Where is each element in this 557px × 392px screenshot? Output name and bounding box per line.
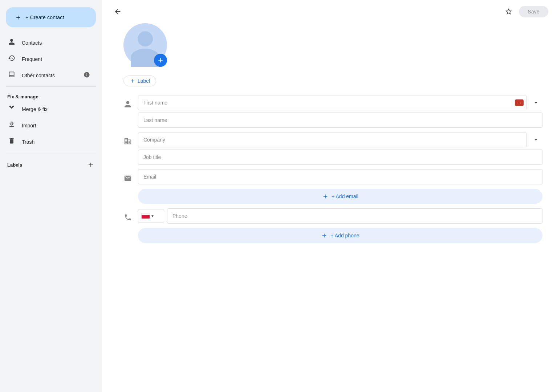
divider-2 xyxy=(6,153,96,153)
frequent-label: Frequent xyxy=(22,56,42,62)
import-label: Import xyxy=(22,123,36,128)
fix-manage-label: Fix & manage xyxy=(0,90,102,101)
sidebar-item-merge-fix[interactable]: Merge & fix xyxy=(0,101,96,117)
divider-1 xyxy=(6,86,96,87)
name-fields: ··· xyxy=(138,95,542,128)
dropdown-arrow-icon: ▾ xyxy=(151,213,154,219)
trash-icon xyxy=(7,137,16,146)
save-button[interactable]: Save xyxy=(519,6,548,17)
labels-header: Labels xyxy=(0,156,102,171)
info-icon[interactable] xyxy=(84,72,90,79)
phone-icon xyxy=(123,208,132,223)
avatar-add-photo-button[interactable] xyxy=(154,54,167,67)
label-btn-text: Label xyxy=(138,78,150,84)
email-icon xyxy=(123,169,132,184)
first-name-input[interactable] xyxy=(138,95,526,110)
job-title-input[interactable] xyxy=(138,150,542,165)
merge-icon xyxy=(7,105,16,114)
company-row xyxy=(123,132,542,165)
company-input[interactable] xyxy=(138,132,526,147)
plus-icon: ＋ xyxy=(15,12,22,22)
name-expand-button[interactable] xyxy=(529,96,542,109)
country-selector[interactable]: ▾ xyxy=(138,209,164,223)
sidebar-item-frequent[interactable]: Frequent xyxy=(0,51,96,67)
form-content: Label ··· xyxy=(102,23,557,262)
add-phone-button[interactable]: + Add phone xyxy=(138,228,542,243)
trash-label: Trash xyxy=(22,139,34,145)
main-content: Save Label xyxy=(102,0,557,392)
avatar-section xyxy=(123,23,167,67)
contacts-label: Contacts xyxy=(22,40,42,46)
email-row: + Add email xyxy=(123,169,542,204)
toolbar: Save xyxy=(102,0,557,23)
phone-input-row: ▾ xyxy=(138,208,542,224)
company-expand-button[interactable] xyxy=(529,133,542,146)
add-label-button[interactable]: Label xyxy=(123,75,156,86)
sidebar-item-contacts[interactable]: Contacts xyxy=(0,34,96,51)
phone-fields: ▾ + Add phone xyxy=(138,208,542,243)
last-name-input[interactable] xyxy=(138,113,542,128)
company-fields xyxy=(138,132,542,165)
name-row: ··· xyxy=(123,95,542,128)
back-button[interactable] xyxy=(110,4,125,19)
phone-input[interactable] xyxy=(167,208,542,224)
add-label-button[interactable] xyxy=(86,160,96,170)
person-icon xyxy=(7,38,16,47)
email-fields: + Add email xyxy=(138,169,542,204)
star-button[interactable] xyxy=(501,4,516,19)
create-contact-button[interactable]: ＋ + Create contact xyxy=(6,7,96,27)
labels-section-label: Labels xyxy=(7,162,22,168)
history-icon xyxy=(7,54,16,64)
phone-row: ▾ + Add phone xyxy=(123,208,542,243)
sidebar-item-trash[interactable]: Trash xyxy=(0,134,96,150)
person-field-icon xyxy=(123,95,132,110)
name-options-button[interactable]: ··· xyxy=(515,99,524,106)
country-flag xyxy=(141,213,150,219)
first-name-expand-row: ··· xyxy=(138,95,542,110)
add-email-button[interactable]: + Add email xyxy=(138,189,542,204)
add-email-label: + Add email xyxy=(332,193,358,199)
avatar-head xyxy=(138,31,153,46)
add-phone-label: + Add phone xyxy=(330,233,359,238)
other-contacts-label: Other contacts xyxy=(22,73,55,78)
sidebar-item-import[interactable]: Import xyxy=(0,117,96,134)
email-input[interactable] xyxy=(138,169,542,184)
inbox-icon xyxy=(7,71,16,80)
company-expand-row xyxy=(138,132,542,147)
sidebar-item-other-contacts[interactable]: Other contacts xyxy=(0,67,96,83)
create-contact-label: + Create contact xyxy=(25,15,64,20)
sidebar: ＋ + Create contact Contacts Frequent Oth… xyxy=(0,0,102,392)
merge-fix-label: Merge & fix xyxy=(22,106,48,112)
import-icon xyxy=(7,121,16,130)
company-icon xyxy=(123,132,132,147)
